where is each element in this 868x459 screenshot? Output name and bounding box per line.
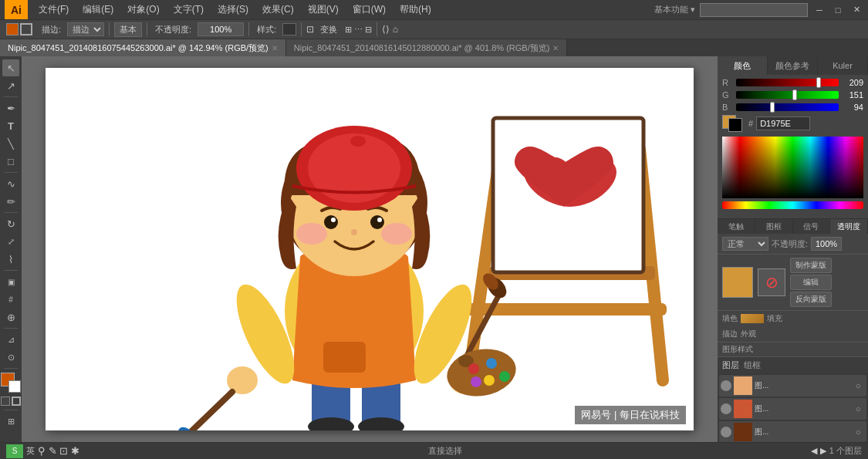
eyedropper-tool[interactable]: ⊿ [2,331,19,348]
stroke-swatch[interactable] [20,23,32,35]
gradient-tool[interactable]: ▣ [2,273,19,290]
menu-help[interactable]: 帮助(H) [393,2,437,18]
layer-visibility-2[interactable] [721,403,731,414]
select-tool[interactable]: ↖ [2,59,19,76]
gradient-preview[interactable] [741,314,764,323]
layer-row-2[interactable]: 图... ○ [719,398,866,420]
svg-point-33 [370,215,384,229]
opacity-value-input[interactable] [811,237,842,251]
layer-row-3[interactable]: 图... ○ [719,421,866,442]
zoom-tool[interactable]: ⊙ [2,349,19,366]
rotate-tool[interactable]: ↻ [2,215,19,232]
color-swatches[interactable] [1,373,21,393]
tab-kuler[interactable]: Kuler [818,56,868,75]
rect-tool[interactable]: □ [2,153,19,170]
green-slider-track[interactable] [736,91,839,99]
line-tool[interactable]: ╲ [2,135,19,152]
blend-mode-select[interactable]: 正常 [722,237,768,251]
hex-color-input[interactable] [756,116,810,130]
layer-row-1[interactable]: 图... ○ [719,375,866,397]
no-fill-button[interactable]: ⊘ [758,268,785,296]
arrange-icons[interactable]: ⟨⟩ ⌂ [382,24,398,35]
color-swatch-pair[interactable] [722,115,745,132]
green-slider-thumb[interactable] [792,89,797,100]
layer-visibility-3[interactable] [721,427,731,437]
brush-tool[interactable]: ∿ [2,175,19,192]
tab-signal[interactable]: 信号 [793,219,831,234]
tab-document1[interactable]: Nipic_8047451_20140816075445263000.ai* @… [0,39,286,56]
mesh-tool[interactable]: # [2,291,19,308]
tab-transparency[interactable]: 透明度 [830,219,868,234]
type-tool[interactable]: T [2,117,19,134]
layer-visibility-1[interactable] [721,380,731,391]
tab-document1-close[interactable]: ✕ [272,44,278,52]
edit-button[interactable]: 编辑 [790,275,832,290]
svg-point-26 [471,376,481,387]
reflect-button[interactable]: 反向蒙版 [790,292,832,307]
canvas-area[interactable]: 网易号 | 每日在说科技 [22,56,718,442]
menu-type[interactable]: 文字(T) [167,2,210,18]
scale-tool[interactable]: ⤢ [2,233,19,250]
style-swatch[interactable] [282,23,296,35]
align-icons[interactable]: ⊞ ⋯ ⊟ [345,25,372,35]
menu-select[interactable]: 选择(S) [211,2,255,18]
menu-view[interactable]: 视图(V) [302,2,345,18]
menu-object[interactable]: 对象(O) [121,2,165,18]
menu-effect[interactable]: 效果(C) [256,2,300,18]
fill-sublabel: 填色 [722,313,738,324]
s-icon[interactable]: S [6,444,23,458]
menu-window[interactable]: 窗口(W) [346,2,392,18]
nav-controls: ◀ ▶ 1 个图层 [811,445,862,457]
layer-group-label[interactable]: 组框 [744,359,761,371]
layer-tab-label[interactable]: 图层 [722,359,739,371]
hue-bar[interactable] [722,201,863,209]
create-draft-button[interactable]: 制作蒙版 [790,258,832,273]
warp-tool[interactable]: ⌇ [2,251,19,268]
red-slider-row: R 209 [722,78,863,87]
tool-separator-6 [4,368,18,369]
opacity-input[interactable] [198,22,244,36]
tab-frames[interactable]: 图框 [755,219,793,234]
menu-file[interactable]: 文件(F) [32,2,75,18]
layer-lock-2[interactable]: ○ [856,404,865,413]
red-value: 209 [842,78,863,87]
shape-style-label: 外观 [741,329,756,339]
shape-label: 图形样式 [722,344,753,355]
fill-color-swatch[interactable] [6,23,19,35]
tab-color-guide[interactable]: 颜色参考 [768,56,818,75]
background-color-swatch[interactable] [728,118,742,132]
next-page-btn[interactable]: ▶ [820,446,826,456]
red-slider-thumb[interactable] [816,77,821,88]
svg-point-30 [296,223,327,245]
main-fill-swatch[interactable] [722,267,753,298]
stroke-select[interactable]: 描边 [67,22,104,36]
background-swatch[interactable] [8,380,21,393]
close-button[interactable]: ✕ [849,3,863,17]
tab-stroke[interactable]: 笔触 [718,219,755,234]
blue-slider-track[interactable] [736,103,839,111]
menu-edit[interactable]: 编辑(E) [76,2,120,18]
maximize-button[interactable]: □ [831,3,845,17]
minimize-button[interactable]: ─ [812,3,826,17]
transform-icon[interactable]: ⊡ [306,24,314,35]
pen-tool[interactable]: ✒ [2,100,19,116]
layer-thumbnail-2 [734,400,752,418]
screen-mode-btn[interactable]: ⊞ [2,413,19,430]
shape-builder-tool[interactable]: ⊕ [2,309,19,326]
tab-color[interactable]: 颜色 [718,56,768,75]
prev-page-btn[interactable]: ◀ [811,446,817,456]
tab-document2[interactable]: Nipic_8047451_20140816145012880000.ai* @… [286,39,568,56]
red-slider-track[interactable] [736,79,839,86]
tab-document2-close[interactable]: ✕ [552,44,559,52]
search-input[interactable] [700,3,808,17]
blue-slider-thumb[interactable] [770,102,775,113]
layer-lock-1[interactable]: ○ [856,381,865,390]
layers-panel: 图... ○ 图... ○ 图... ○ 图... ○ [718,373,868,442]
color-spectrum[interactable] [722,137,863,198]
taskbar-tools[interactable]: ⚲ ✎ ⊡ ✱ [38,445,79,457]
pencil-tool[interactable]: ✏ [2,193,19,210]
stroke-icon[interactable] [12,397,21,406]
fill-icon[interactable] [1,397,10,406]
direct-select-tool[interactable]: ↗ [2,77,19,94]
layer-lock-3[interactable]: ○ [856,427,865,437]
